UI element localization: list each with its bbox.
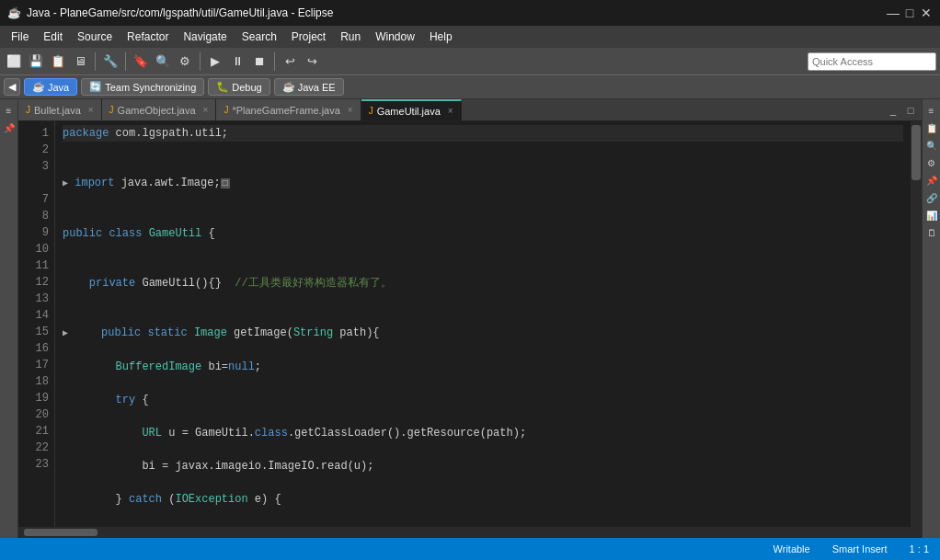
tab-gameutil[interactable]: J GameUtil.java ×: [361, 99, 462, 120]
bullet-tab-icon: J: [26, 105, 30, 115]
toolbar-btn5[interactable]: 🔧: [100, 51, 120, 72]
planegameframe-tab-icon: J: [224, 105, 228, 115]
menu-help[interactable]: Help: [422, 29, 460, 45]
main-layout: ≡ 📌 J Bullet.java × J GameObject.java × …: [0, 99, 940, 538]
menu-project[interactable]: Project: [284, 29, 333, 45]
editor-content[interactable]: 1 2 3 7 8 9 10 11 12 13 14 15 16 17 18 1…: [18, 121, 922, 527]
code-line-8: public class GameUtil {: [63, 225, 903, 242]
toolbar-btn9[interactable]: ▶: [205, 51, 225, 72]
planegameframe-tab-close[interactable]: ×: [348, 105, 353, 115]
tab-maximize-btn[interactable]: □: [903, 103, 918, 118]
perspective-bar: ◀ ☕ Java 🔄 Team Synchronizing 🐛 Debug ☕ …: [0, 75, 940, 99]
scrollbar-thumb-v[interactable]: [911, 125, 921, 180]
toolbar-separator-3: [200, 52, 201, 71]
toolbar-btn7[interactable]: 🔍: [153, 51, 173, 72]
right-sidebar-btn2[interactable]: 📋: [924, 120, 939, 135]
title-bar-controls[interactable]: — □ ✕: [887, 6, 933, 19]
bullet-tab-label: Bullet.java: [34, 105, 81, 116]
left-sidebar-btn1[interactable]: ≡: [2, 103, 17, 118]
quick-access-input[interactable]: [812, 56, 932, 67]
code-line-14: try {: [63, 392, 903, 408]
code-line-17: } catch (IOException e) {: [63, 491, 903, 508]
close-button[interactable]: ✕: [920, 6, 933, 19]
line-numbers: 1 2 3 7 8 9 10 11 12 13 14 15 16 17 18 1…: [18, 121, 55, 527]
status-bar: Writable Smart Insert 1 : 1: [0, 538, 940, 560]
gameobject-tab-icon: J: [109, 105, 114, 115]
menu-window[interactable]: Window: [368, 29, 422, 45]
editor-area: J Bullet.java × J GameObject.java × J *P…: [18, 99, 922, 538]
maximize-button[interactable]: □: [903, 6, 916, 19]
tab-gameobject[interactable]: J GameObject.java ×: [102, 99, 217, 120]
menu-refactor[interactable]: Refactor: [120, 29, 176, 45]
toolbar-btn6[interactable]: 🔖: [131, 51, 151, 72]
toolbar-btn3[interactable]: 📋: [48, 51, 68, 72]
tab-minimize-btn[interactable]: _: [886, 103, 900, 118]
toolbar-btn4[interactable]: 🖥: [70, 51, 90, 72]
tab-planegameframe[interactable]: J *PlaneGameFrame.java ×: [216, 99, 361, 120]
status-writable[interactable]: Writable: [770, 543, 814, 554]
title-bar-left: ☕ Java - PlaneGame/src/com/lgspath/util/…: [7, 6, 333, 19]
right-sidebar-btn6[interactable]: 🔗: [924, 190, 939, 205]
scrollbar-thumb-h[interactable]: [24, 529, 97, 536]
menu-bar: File Edit Source Refactor Navigate Searc…: [0, 26, 940, 48]
perspective-debug[interactable]: 🐛 Debug: [208, 78, 269, 96]
menu-search[interactable]: Search: [235, 29, 284, 45]
tab-bar: J Bullet.java × J GameObject.java × J *P…: [18, 99, 922, 121]
code-line-1: package com.lgspath.util;: [63, 125, 903, 142]
toolbar-btn12[interactable]: ↩: [280, 51, 300, 72]
toolbar-separator-4: [274, 52, 275, 71]
code-line-13: BufferedImage bi=null;: [63, 359, 903, 375]
toolbar-btn8[interactable]: ⚙: [175, 51, 195, 72]
code-line-10: private GameUtil(){} //工具类最好将构造器私有了。: [63, 275, 903, 291]
toolbar-separator-1: [95, 52, 96, 71]
gameutil-tab-icon: J: [369, 106, 373, 116]
gameutil-tab-close[interactable]: ×: [448, 106, 453, 116]
title-bar-title: Java - PlaneGame/src/com/lgspath/util/Ga…: [27, 6, 333, 19]
code-line-15: URL u = GameUtil.class.getClassLoader().…: [63, 425, 903, 441]
perspective-javaee[interactable]: ☕ Java EE: [274, 78, 344, 96]
status-insert-mode[interactable]: Smart Insert: [829, 543, 891, 554]
code-line-12: ▶ public static Image getImage(String pa…: [63, 325, 903, 342]
editor-scrollbar-vertical[interactable]: [911, 121, 922, 527]
left-sidebar: ≡ 📌: [0, 99, 18, 538]
app-icon: ☕: [7, 6, 21, 19]
right-sidebar-btn5[interactable]: 📌: [924, 173, 939, 188]
gameobject-tab-label: GameObject.java: [118, 105, 196, 116]
toolbar-separator-2: [125, 52, 126, 71]
toolbar-new-button[interactable]: ⬜: [4, 51, 24, 72]
toolbar-btn2[interactable]: 💾: [26, 51, 46, 72]
planegameframe-tab-label: *PlaneGameFrame.java: [232, 105, 339, 116]
code-line-3: ▶ import java.awt.Image;□: [63, 175, 903, 192]
right-sidebar-btn4[interactable]: ⚙: [924, 155, 939, 170]
bullet-tab-close[interactable]: ×: [88, 105, 94, 115]
minimize-button[interactable]: —: [887, 6, 900, 19]
gameobject-tab-close[interactable]: ×: [203, 105, 209, 115]
menu-source[interactable]: Source: [70, 29, 120, 45]
toolbar-btn11[interactable]: ⏹: [249, 51, 269, 72]
right-sidebar-btn1[interactable]: ≡: [924, 103, 939, 118]
tab-bar-controls: _ □: [886, 99, 922, 120]
status-position: 1 : 1: [906, 543, 933, 554]
code-line-16: bi = javax.imageio.ImageIO.read(u);: [63, 458, 903, 474]
title-bar: ☕ Java - PlaneGame/src/com/lgspath/util/…: [0, 0, 940, 26]
toolbar-btn10[interactable]: ⏸: [227, 51, 247, 72]
menu-file[interactable]: File: [4, 29, 36, 45]
toolbar-btn13[interactable]: ↪: [302, 51, 322, 72]
perspective-btn-prev[interactable]: ◀: [4, 78, 20, 96]
right-sidebar: ≡ 📋 🔍 ⚙ 📌 🔗 📊 🗒: [922, 99, 940, 538]
code-editor[interactable]: package com.lgspath.util; ▶ import java.…: [55, 121, 911, 527]
tab-bullet[interactable]: J Bullet.java ×: [18, 99, 102, 120]
menu-edit[interactable]: Edit: [36, 29, 70, 45]
menu-run[interactable]: Run: [333, 29, 368, 45]
right-sidebar-btn3[interactable]: 🔍: [924, 138, 939, 153]
toolbar: ⬜ 💾 📋 🖥 🔧 🔖 🔍 ⚙ ▶ ⏸ ⏹ ↩ ↪: [0, 48, 940, 75]
gameutil-tab-label: GameUtil.java: [377, 106, 441, 117]
editor-scrollbar-horizontal-row[interactable]: [18, 527, 922, 538]
perspective-java[interactable]: ☕ Java: [24, 78, 77, 96]
left-sidebar-btn2[interactable]: 📌: [2, 120, 17, 135]
quick-access-box[interactable]: [808, 52, 936, 71]
menu-navigate[interactable]: Navigate: [176, 29, 234, 45]
right-sidebar-btn7[interactable]: 📊: [924, 208, 939, 223]
right-sidebar-btn8[interactable]: 🗒: [924, 225, 939, 240]
perspective-team-sync[interactable]: 🔄 Team Synchronizing: [81, 78, 204, 96]
